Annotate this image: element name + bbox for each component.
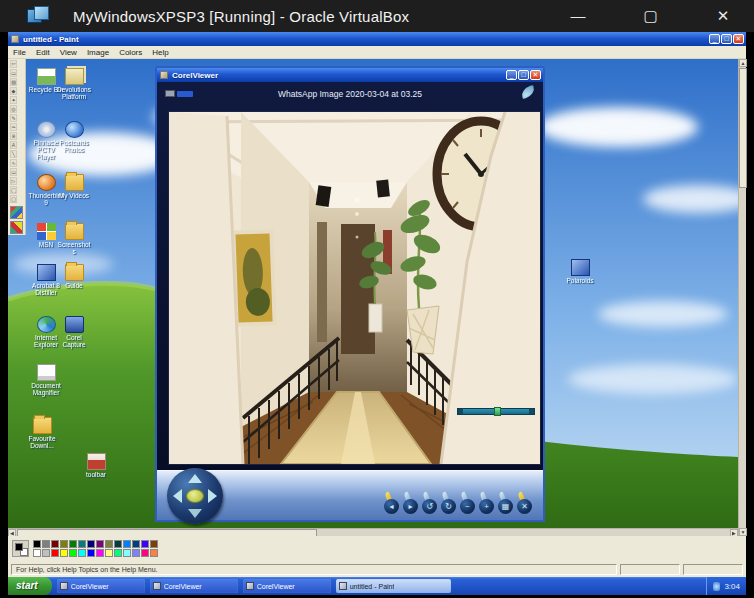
palette-swatch[interactable] — [51, 549, 59, 557]
paint-close-button[interactable]: ✕ — [733, 34, 744, 44]
palette-swatch[interactable] — [96, 540, 104, 548]
maximize-button[interactable]: ▢ — [636, 7, 666, 25]
menu-edit[interactable]: Edit — [31, 48, 55, 57]
palette-swatch[interactable] — [78, 549, 86, 557]
palette-swatch[interactable] — [105, 549, 113, 557]
desktop-icon-toolbar[interactable]: toolbar — [78, 453, 114, 478]
palette-swatch[interactable] — [42, 549, 50, 557]
tool-text-icon[interactable]: A — [10, 141, 17, 149]
viewer-next-button[interactable]: ▸ — [403, 492, 419, 514]
palette-swatch[interactable] — [69, 549, 77, 557]
palette-swatch[interactable] — [87, 549, 95, 557]
viewer-zoom-out-button[interactable]: − — [460, 492, 476, 514]
desktop-icon-my-videos[interactable]: My Videos — [56, 174, 92, 199]
tray-network-icon[interactable] — [713, 582, 720, 591]
viewer-slideshow-button[interactable]: ▦ — [498, 492, 514, 514]
palette-swatch[interactable] — [114, 549, 122, 557]
taskbar-item-untitled-paint[interactable]: untitled - Paint — [336, 579, 451, 593]
tool-eraser-icon[interactable]: ▨ — [10, 78, 17, 86]
tool-select-icon[interactable]: ▭ — [10, 69, 17, 77]
palette-swatch[interactable] — [33, 549, 41, 557]
nav-left-icon[interactable] — [173, 489, 182, 503]
viewer-previous-button[interactable]: ◂ — [384, 492, 400, 514]
viewer-rotate-right-button[interactable]: ↻ — [441, 492, 457, 514]
tool-curve-icon[interactable]: ∿ — [10, 159, 17, 167]
start-button[interactable]: start — [8, 577, 52, 595]
desktop-icon-document-magnifier[interactable]: Document Magnifier — [28, 364, 64, 396]
palette-swatch[interactable] — [33, 540, 41, 548]
vertical-scroll-thumb[interactable] — [739, 68, 747, 188]
palette-swatch[interactable] — [69, 540, 77, 548]
palette-swatch[interactable] — [141, 540, 149, 548]
palette-swatch[interactable] — [150, 549, 158, 557]
taskbar-item-corelviewer[interactable]: CorelViewer — [243, 579, 331, 593]
menu-view[interactable]: View — [55, 48, 82, 57]
viewer-zoom-in-button[interactable]: + — [479, 492, 495, 514]
viewer-close-button[interactable]: ✕ — [530, 70, 541, 80]
palette-swatch[interactable] — [132, 549, 140, 557]
slider-thumb[interactable] — [494, 407, 501, 416]
palette-swatch[interactable] — [87, 540, 95, 548]
paint-canvas[interactable]: ✄▭▨◆✦◎✎✑※A╲∿▭▷◯▢ Recycle BinDevolutions … — [8, 59, 738, 528]
desktop-icon-guide[interactable]: Guide — [56, 264, 92, 289]
tool-brush-icon[interactable]: ✑ — [10, 123, 17, 131]
tool-fill-with-color-icon[interactable]: ◆ — [10, 87, 17, 95]
palette-swatch[interactable] — [132, 540, 140, 548]
viewer-maximize-button[interactable]: □ — [518, 70, 529, 80]
tool-polygon-icon[interactable]: ▷ — [10, 177, 17, 185]
palette-swatch[interactable] — [60, 540, 68, 548]
desktop-icon-screenshots[interactable]: Screenshots — [56, 223, 92, 255]
palette-swatch[interactable] — [150, 540, 158, 548]
palette-swatch[interactable] — [60, 549, 68, 557]
desktop-icon-corel-capture[interactable]: Corel Capture — [56, 316, 92, 348]
tool-pencil-icon[interactable]: ✎ — [10, 114, 17, 122]
nav-down-icon[interactable] — [188, 509, 202, 518]
tool-line-icon[interactable]: ╲ — [10, 150, 17, 158]
scroll-down-icon[interactable]: ▼ — [739, 528, 747, 536]
tool-rectangle-icon[interactable]: ▭ — [10, 168, 17, 176]
palette-swatch[interactable] — [123, 540, 131, 548]
tool-free-form-select-icon[interactable]: ✄ — [10, 60, 17, 68]
paint-maximize-button[interactable]: □ — [721, 34, 732, 44]
foreground-color-swatch[interactable] — [15, 543, 23, 551]
taskbar-item-corelviewer[interactable]: CorelViewer — [57, 579, 145, 593]
tool-options-swatch-2[interactable] — [10, 221, 23, 234]
menu-file[interactable]: File — [8, 48, 31, 57]
menu-image[interactable]: Image — [82, 48, 114, 57]
palette-swatch[interactable] — [51, 540, 59, 548]
navigation-pad[interactable] — [167, 468, 223, 524]
desktop-icon-polaroids[interactable]: Polaroids — [562, 259, 598, 284]
vertical-scrollbar[interactable]: ▲ ▼ — [738, 59, 746, 536]
palette-swatch[interactable] — [123, 549, 131, 557]
palette-swatch[interactable] — [78, 540, 86, 548]
palette-swatch[interactable] — [42, 540, 50, 548]
tool-airbrush-icon[interactable]: ※ — [10, 132, 17, 140]
palette-swatch[interactable] — [141, 549, 149, 557]
tool-magnifier-icon[interactable]: ◎ — [10, 105, 17, 113]
scroll-up-icon[interactable]: ▲ — [739, 59, 747, 67]
tool-ellipse-icon[interactable]: ◯ — [10, 186, 17, 194]
menu-help[interactable]: Help — [147, 48, 173, 57]
taskbar-item-corelviewer[interactable]: CorelViewer — [150, 579, 238, 593]
palette-swatch[interactable] — [105, 540, 113, 548]
nav-right-icon[interactable] — [208, 489, 217, 503]
tool-pick-color-icon[interactable]: ✦ — [10, 96, 17, 104]
menu-colors[interactable]: Colors — [114, 48, 147, 57]
desktop-icon-devolutions-platform[interactable]: Devolutions Platform — [56, 68, 92, 100]
horizontal-scrollbar[interactable]: ◀ ▶ — [8, 528, 738, 536]
desktop-icon-postcards-photos[interactable]: Postcards Photos — [56, 121, 92, 153]
close-button[interactable]: ✕ — [708, 7, 738, 25]
palette-swatch[interactable] — [114, 540, 122, 548]
slider-left-end[interactable] — [458, 409, 463, 414]
palette-swatch[interactable] — [96, 549, 104, 557]
viewer-rotate-left-button[interactable]: ↺ — [422, 492, 438, 514]
viewer-zoom-slider[interactable] — [457, 408, 535, 415]
paint-minimize-button[interactable]: _ — [709, 34, 720, 44]
nav-up-icon[interactable] — [188, 474, 202, 483]
slider-right-end[interactable] — [529, 409, 534, 414]
viewer-minimize-button[interactable]: _ — [506, 70, 517, 80]
tool-options-swatch[interactable] — [10, 206, 23, 219]
desktop-icon-favourite-downl-[interactable]: Favourite Downl... — [24, 417, 60, 449]
minimize-button[interactable]: — — [563, 7, 593, 25]
nav-center-button[interactable] — [186, 489, 204, 503]
